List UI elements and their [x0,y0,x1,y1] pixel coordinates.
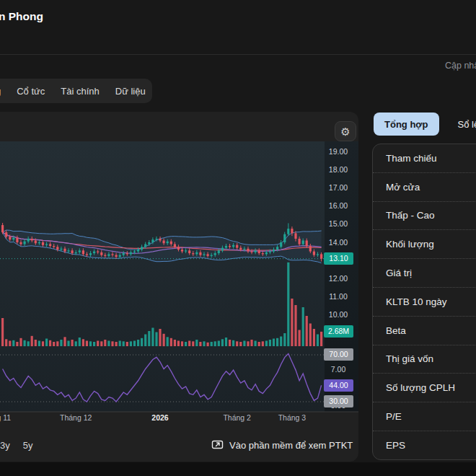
svg-text:18.00: 18.00 [329,165,348,174]
rsi-lower-badge: 30.00 [324,395,353,407]
price-chart-svg[interactable]: 19.0018.0017.0016.0015.0014.0013.0012.00… [0,112,358,436]
nav-tab-1[interactable]: Cổ tức [17,86,45,97]
svg-text:10.00: 10.00 [329,310,348,319]
summary-tab-inactive[interactable]: Sổ lệnh [458,119,476,130]
summary-panel: Tổng hợpSổ lệnh Tham chiếuMở cửaThấp - C… [372,112,476,460]
svg-text:14.00: 14.00 [329,238,348,247]
chart-settings-button[interactable]: ⚙ [335,121,356,141]
update-status-label: Cập nhật [445,61,476,71]
open-app-cta[interactable]: Vào phần mềm để xem PTKT [211,437,353,453]
metric-row[interactable]: Số lượng CPLH [373,373,476,402]
svg-text:Tháng 12: Tháng 12 [60,413,92,422]
metric-label: Thị giá vốn [386,353,433,364]
summary-tab-bar: Tổng hợpSổ lệnh [374,112,476,136]
svg-text:7.00: 7.00 [331,365,346,374]
header-divider [0,54,476,55]
metric-label: EPS [386,440,405,451]
metric-label: Mở cửa [386,182,420,193]
metric-label: Beta [386,325,406,336]
metric-label: Thấp - Cao [386,210,435,221]
metric-label: Giá trị [386,268,412,278]
range-button-row: 3y5y [0,438,32,452]
metric-label: Số lượng CPLH [386,382,455,393]
metric-label: KLTB 10 ngày [386,296,447,307]
nav-tab-3[interactable]: Dữ liệu [115,86,146,97]
svg-text:19.00: 19.00 [329,147,348,156]
metric-list: Tham chiếuMở cửaThấp - CaoKhối lượngGiá … [372,144,476,460]
rsi-upper-badge: 70.00 [324,348,353,361]
chart-card: 19.0018.0017.0016.0015.0014.0013.0012.00… [0,112,358,462]
nav-tab-2[interactable]: Tài chính [61,86,99,97]
range-button-5y[interactable]: 5y [23,440,33,451]
open-app-cta-label: Vào phần mềm để xem PTKT [229,440,353,451]
svg-text:17.00: 17.00 [329,183,348,192]
metric-row[interactable]: Beta [373,316,476,345]
volume-badge: 2.68M [324,325,353,338]
nav-tab-0[interactable]: g [0,86,1,97]
current-price-badge: 13.10 [324,252,353,265]
svg-text:12.00: 12.00 [329,274,348,283]
metric-row[interactable]: Thấp - Cao [373,201,476,230]
metric-row[interactable]: EPS [373,431,476,459]
svg-text:11.00: 11.00 [329,292,348,301]
open-in-app-icon [211,439,224,451]
summary-tab-active[interactable]: Tổng hợp [374,113,439,136]
svg-text:Tháng 2: Tháng 2 [223,413,251,422]
metric-row[interactable]: KLTB 10 ngày [373,287,476,316]
svg-text:15.00: 15.00 [329,219,348,228]
svg-text:2026: 2026 [151,413,169,422]
metric-row[interactable]: Mở cửa [373,172,476,201]
bottom-band [0,462,476,476]
rsi-value-badge: 44.00 [324,379,353,392]
svg-text:Tháng 11: Tháng 11 [0,413,11,422]
section-tab-bar: gCổ tứcTài chínhDữ liệu [0,79,152,103]
metric-row[interactable]: P/E [373,402,476,431]
metric-label: P/E [386,411,402,422]
metric-row[interactable]: Khối lượng [373,229,476,258]
metric-row[interactable]: Giá trị [373,258,476,287]
metric-row[interactable]: Thị giá vốn [373,345,476,374]
gear-icon: ⚙ [340,126,350,137]
range-button-3y[interactable]: 3y [0,440,10,451]
svg-text:16.00: 16.00 [329,201,348,210]
metric-label: Khối lượng [386,239,434,250]
metric-label: Tham chiếu [386,153,437,164]
page-title: n Phong [0,10,43,23]
metric-row[interactable]: Tham chiếu [373,144,476,172]
svg-text:Tháng 3: Tháng 3 [278,413,307,422]
